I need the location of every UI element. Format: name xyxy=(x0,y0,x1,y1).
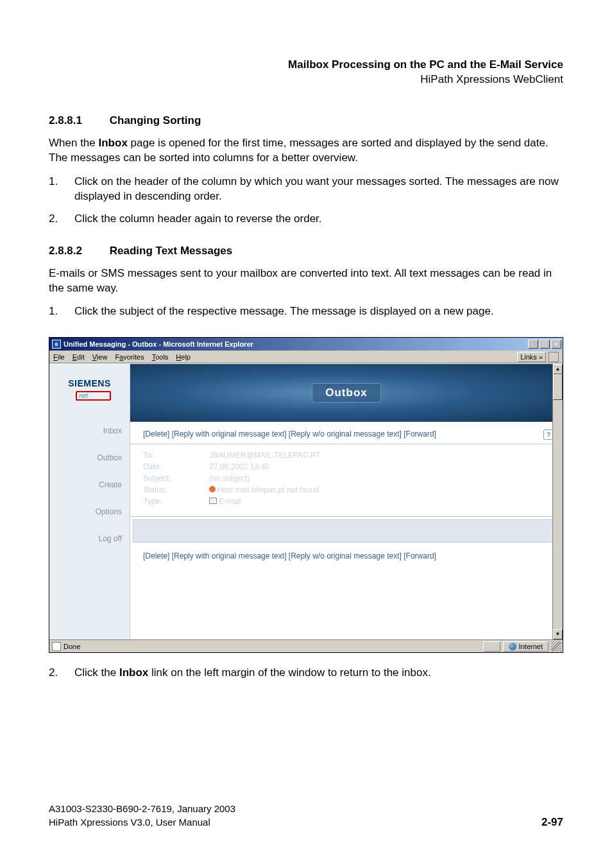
sidebar-item-logoff[interactable]: Log off xyxy=(49,525,130,552)
close-button[interactable]: × xyxy=(551,340,561,349)
section2-paragraph: E-mails or SMS messages sent to your mai… xyxy=(49,266,563,296)
section-number: 2.8.8.2 xyxy=(49,245,106,257)
ie-window-screenshot: e Unified Messaging - Outbox - Microsoft… xyxy=(49,337,563,653)
menu-favorites[interactable]: Favorites xyxy=(115,353,144,361)
message-actions-top: [Delete] [Reply with original message te… xyxy=(130,422,563,444)
page-number: 2-97 xyxy=(541,816,563,829)
minimize-button[interactable]: _ xyxy=(528,340,538,349)
header-title: Mailbox Processing on the PC and the E-M… xyxy=(49,58,563,73)
maximize-button[interactable]: □ xyxy=(540,340,550,349)
delete-link[interactable]: Delete xyxy=(145,551,167,560)
label-status: Status: xyxy=(143,484,171,496)
page-header: Mailbox Processing on the PC and the E-M… xyxy=(49,58,563,87)
reply-with-link[interactable]: Reply with original message text xyxy=(174,551,284,560)
main-content: Outbox [Delete] [Reply with original mes… xyxy=(130,364,563,639)
section1-paragraph: When the Inbox page is opened for the fi… xyxy=(49,136,563,166)
reply-without-link[interactable]: Reply w/o original message text xyxy=(291,551,399,560)
message-actions-bottom: [Delete] [Reply with original message te… xyxy=(130,545,563,564)
scroll-down-button[interactable]: ▼ xyxy=(553,629,563,639)
section1-steps: 1. Click on the header of the column by … xyxy=(49,175,563,227)
header-subtitle: HiPath Xpressions WebClient xyxy=(49,73,563,87)
forward-link[interactable]: Forward xyxy=(406,551,434,560)
menubar: File Edit View Favorites Tools Help Link… xyxy=(49,351,563,363)
section2-step2: 2. Click the Inbox link on the left marg… xyxy=(49,666,563,681)
security-zone: Internet xyxy=(503,641,548,652)
list-item: 2. Click the Inbox link on the left marg… xyxy=(49,666,563,681)
forward-link[interactable]: Forward xyxy=(406,430,434,438)
links-toolbar[interactable]: Links » xyxy=(517,352,546,362)
menu-help[interactable]: Help xyxy=(176,353,191,361)
reply-with-link[interactable]: Reply with original message text xyxy=(174,430,284,438)
label-subject: Subject: xyxy=(143,473,171,484)
list-item: 1. Click on the header of the column by … xyxy=(49,175,563,204)
resize-grip[interactable] xyxy=(551,641,561,652)
list-item: 2. Click the column header again to reve… xyxy=(49,212,563,227)
menu-edit[interactable]: Edit xyxy=(72,353,85,361)
value-type: E-mail xyxy=(209,496,320,507)
scroll-thumb[interactable] xyxy=(553,374,563,400)
status-empty-cell xyxy=(483,641,500,652)
section-title: Reading Text Messages xyxy=(110,245,232,257)
sidebar-item-create[interactable]: Create xyxy=(49,471,130,498)
globe-icon xyxy=(509,643,516,650)
ie-throbber-icon xyxy=(548,352,559,362)
sidebar-nav: Inbox Outbox Create Options Log off xyxy=(49,417,130,552)
value-date: 27.09.2002 13:40 xyxy=(209,461,320,473)
statusbar: Done Internet xyxy=(49,639,563,652)
footer-product: HiPath Xpressions V3.0, User Manual xyxy=(49,816,235,829)
ie-icon: e xyxy=(52,340,61,349)
menu-view[interactable]: View xyxy=(92,353,108,361)
scroll-track[interactable] xyxy=(553,400,563,629)
sidebar-item-inbox[interactable]: Inbox xyxy=(49,417,130,444)
status-text: Done xyxy=(64,643,80,650)
footer-docid: A31003-S2330-B690-2-7619, January 2003 xyxy=(49,803,235,815)
siemens-logo: SIEMENS net xyxy=(68,370,111,401)
value-to: JBAUMER@MAIL.TELEPAC.PT xyxy=(209,449,320,461)
email-icon xyxy=(209,498,217,504)
message-body xyxy=(133,519,560,542)
vertical-scrollbar[interactable]: ▲ ▼ xyxy=(552,364,563,639)
delete-link[interactable]: Delete xyxy=(145,430,167,438)
banner-title: Outbox xyxy=(312,383,381,403)
section-heading-reading: 2.8.8.2 Reading Text Messages xyxy=(49,245,563,257)
section-title: Changing Sorting xyxy=(110,114,201,126)
menu-tools[interactable]: Tools xyxy=(152,353,169,361)
sidebar-item-options[interactable]: Options xyxy=(49,498,130,525)
page-footer: A31003-S2330-B690-2-7619, January 2003 H… xyxy=(49,803,563,829)
window-titlebar[interactable]: e Unified Messaging - Outbox - Microsoft… xyxy=(49,338,563,351)
menu-file[interactable]: File xyxy=(53,353,65,361)
sidebar-item-outbox[interactable]: Outbox xyxy=(49,444,130,471)
window-title: Unified Messaging - Outbox - Microsoft I… xyxy=(64,340,253,348)
reply-without-link[interactable]: Reply w/o original message text xyxy=(291,430,399,438)
label-type: Type: xyxy=(143,496,171,507)
label-date: Date: xyxy=(143,461,171,473)
scroll-up-button[interactable]: ▲ xyxy=(553,364,563,374)
sidebar: SIEMENS net Inbox Outbox Create Options … xyxy=(49,364,130,639)
list-item: 1. Click the subject of the respective m… xyxy=(49,304,563,319)
message-details: To: Date: Subject: Status: Type: JBAUMER… xyxy=(130,444,563,517)
label-to: To: xyxy=(143,449,171,461)
section2-steps: 1. Click the subject of the respective m… xyxy=(49,304,563,319)
value-subject: (no subject) xyxy=(209,473,320,484)
value-status: Host mail.telepac.pt not found xyxy=(209,484,320,496)
section-number: 2.8.8.1 xyxy=(49,114,106,127)
outbox-banner: Outbox xyxy=(130,364,563,422)
section-heading-sorting: 2.8.8.1 Changing Sorting xyxy=(49,114,563,127)
page-icon xyxy=(52,642,61,651)
status-error-icon xyxy=(209,486,216,492)
browser-viewport: SIEMENS net Inbox Outbox Create Options … xyxy=(49,363,563,639)
